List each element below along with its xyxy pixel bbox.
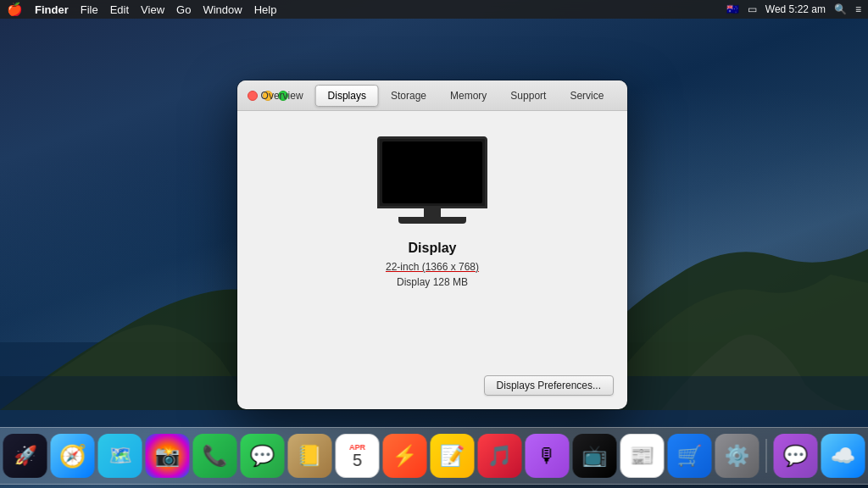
tab-displays[interactable]: Displays xyxy=(315,85,379,107)
flag-icon: 🇦🇺 xyxy=(726,3,739,15)
tab-overview[interactable]: Overview xyxy=(249,86,315,106)
file-menu[interactable]: File xyxy=(81,3,98,16)
tab-service[interactable]: Service xyxy=(558,86,615,106)
dock-photos[interactable]: 📸 xyxy=(146,434,190,478)
displays-preferences-button[interactable]: Displays Preferences... xyxy=(484,375,614,396)
monitor-neck xyxy=(424,208,441,217)
display-info: Display 22-inch (1366 x 768) Display 128… xyxy=(386,241,479,288)
dock-feedback[interactable]: 💬 xyxy=(774,434,818,478)
menubar-left: 🍎 Finder File Edit View Go Window Help xyxy=(7,2,276,17)
dock-podcasts[interactable]: 🎙 xyxy=(526,434,570,478)
window-content: Display 22-inch (1366 x 768) Display 128… xyxy=(237,111,627,365)
dock-facetime[interactable]: 📞 xyxy=(193,434,237,478)
menubar: 🍎 Finder File Edit View Go Window Help 🇦… xyxy=(0,0,868,19)
dock-launchpad[interactable]: 🚀 xyxy=(3,434,47,478)
display-title: Display xyxy=(386,241,479,256)
desktop: 🍎 Finder File Edit View Go Window Help 🇦… xyxy=(0,0,868,488)
menubar-right: 🇦🇺 ▭ Wed 5:22 am 🔍 ≡ xyxy=(726,3,861,15)
dock-appstore[interactable]: 🛒 xyxy=(668,434,712,478)
dock-icloud[interactable]: ☁️ xyxy=(821,434,865,478)
list-icon[interactable]: ≡ xyxy=(855,3,861,15)
search-icon[interactable]: 🔍 xyxy=(834,3,847,15)
view-menu[interactable]: View xyxy=(141,3,164,16)
dock-appletv[interactable]: 📺 xyxy=(573,434,617,478)
display-icon[interactable]: ▭ xyxy=(748,3,757,15)
dock-safari[interactable]: 🧭 xyxy=(51,434,95,478)
dock-calendar[interactable]: APR 5 xyxy=(336,434,380,478)
dock-news[interactable]: 📰 xyxy=(620,434,665,478)
monitor-body xyxy=(377,136,487,208)
system-info-window: Overview Displays Storage Memory Support… xyxy=(237,80,627,409)
dock-notes[interactable]: 📝 xyxy=(431,434,475,478)
help-menu[interactable]: Help xyxy=(254,3,277,16)
display-memory: Display 128 MB xyxy=(386,276,479,288)
display-resolution: 22-inch (1366 x 768) xyxy=(386,261,479,273)
dock-system-preferences[interactable]: ⚙️ xyxy=(715,434,760,478)
tab-memory[interactable]: Memory xyxy=(438,86,498,106)
monitor-stand xyxy=(377,208,487,224)
tab-support[interactable]: Support xyxy=(498,86,558,106)
dock-divider xyxy=(766,439,767,473)
window-footer: Displays Preferences... xyxy=(237,365,627,409)
tab-storage[interactable]: Storage xyxy=(379,86,438,106)
monitor-screen xyxy=(382,141,482,203)
dock-photos-app[interactable]: 🗺️ xyxy=(98,434,142,478)
dock-reminders[interactable]: ⚡ xyxy=(383,434,427,478)
finder-menu[interactable]: Finder xyxy=(35,3,69,16)
go-menu[interactable]: Go xyxy=(176,3,191,16)
dock-music[interactable]: 🎵 xyxy=(478,434,522,478)
window-menu[interactable]: Window xyxy=(203,3,242,16)
edit-menu[interactable]: Edit xyxy=(110,3,129,16)
monitor-illustration xyxy=(377,136,487,224)
apple-menu[interactable]: 🍎 xyxy=(7,2,23,17)
monitor-base xyxy=(398,217,466,224)
window-titlebar: Overview Displays Storage Memory Support… xyxy=(237,80,627,111)
dock: 🖥️ 🚀 🧭 🗺️ 📸 📞 💬 📒 xyxy=(0,427,868,485)
tab-bar: Overview Displays Storage Memory Support… xyxy=(249,85,616,107)
clock: Wed 5:22 am xyxy=(765,3,826,15)
dock-contacts[interactable]: 📒 xyxy=(288,434,332,478)
dock-messages[interactable]: 💬 xyxy=(241,434,285,478)
